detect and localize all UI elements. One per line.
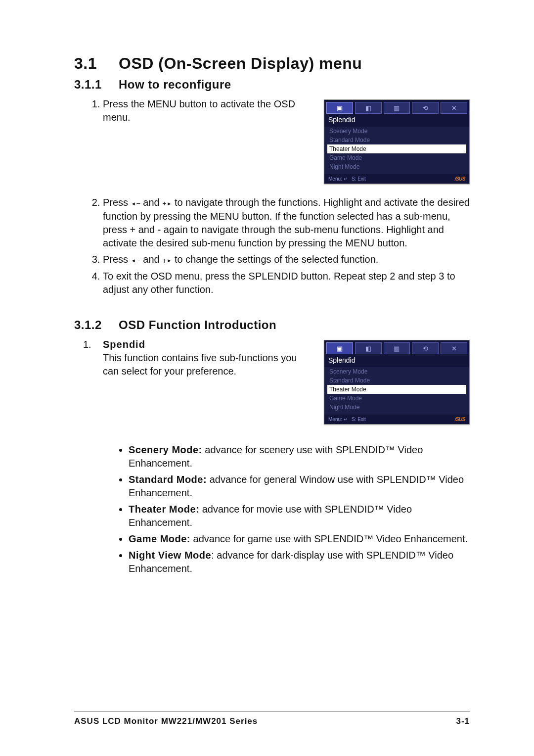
osd-footer-menu: Menu:: [328, 417, 342, 422]
osd-preview-2: ▣ ◧ ▥ ⟲ ✕ Splendid Scenery Mode Standard…: [324, 340, 470, 425]
mode-night: Night View Mode: advance for dark-displa…: [129, 549, 470, 575]
osd-tab-1: ▣: [326, 102, 353, 114]
step-1: Press the MENU button to activate the OS…: [103, 97, 309, 124]
osd-tab-2: ◧: [355, 342, 382, 354]
step1-row: Press the MENU button to activate the OS…: [74, 97, 470, 184]
mode-scenery: Scenery Mode: advance for scenery use wi…: [129, 443, 470, 470]
osd-footer: Menu: ↵ S: Exit /SUS: [324, 415, 469, 424]
step-3-c: to change the settings of the selected f…: [172, 254, 378, 265]
step-3-b: and: [140, 254, 162, 265]
enter-icon: ↵: [344, 176, 348, 182]
mode-descriptions: Scenery Mode: advance for scenery use wi…: [74, 443, 470, 575]
osd-mode-night: Night Mode: [327, 162, 466, 171]
subsection2-title-text: OSD Function Introduction: [119, 318, 276, 331]
osd-title: Splendid: [324, 114, 469, 127]
osd-mode-theater: Theater Mode: [327, 385, 466, 394]
section-heading: 3.1OSD (On-Screen Display) menu: [74, 54, 470, 73]
mode-standard: Standard Mode: advance for general Windo…: [129, 473, 470, 500]
step-2-b: and: [140, 197, 162, 208]
osd-brand: /SUS: [455, 176, 465, 182]
osd-tab-5: ✕: [441, 342, 467, 354]
osd-mode-standard: Standard Mode: [327, 136, 466, 144]
enter-icon: ↵: [344, 417, 348, 422]
bars-icon: ▥: [394, 104, 400, 112]
subsection-title-text: How to reconfigure: [119, 78, 231, 91]
plus-right-icon: [162, 253, 172, 267]
osd-tab-3: ▥: [384, 102, 410, 114]
mode-standard-label: Standard Mode:: [129, 474, 207, 485]
steps-list-2: Press and to navigate through the functi…: [74, 196, 470, 296]
step-4: To exit the OSD menu, press the SPLENDID…: [103, 270, 470, 296]
bars-icon: ▥: [394, 345, 400, 352]
step-2-a: Press: [103, 197, 131, 208]
step-3: Press and to change the settings of the …: [103, 253, 470, 267]
section-title-text: OSD (On-Screen Display) menu: [119, 54, 362, 72]
osd-mode-list: Scenery Mode Standard Mode Theater Mode …: [324, 367, 469, 415]
mode-theater-label: Theater Mode:: [129, 504, 199, 515]
osd-brand: /SUS: [455, 417, 465, 422]
osd-mode-list: Scenery Mode Standard Mode Theater Mode …: [324, 127, 469, 174]
osd-mode-scenery: Scenery Mode: [327, 127, 466, 136]
splendid-desc: This function contains five sub-function…: [103, 351, 309, 378]
osd-footer-s: S: Exit: [352, 176, 366, 182]
osd-tabs: ▣ ◧ ▥ ⟲ ✕: [324, 340, 469, 354]
osd-tab-1: ▣: [326, 342, 353, 354]
footer-left: ASUS LCD Monitor MW221/MW201 Series: [74, 716, 258, 726]
mode-game: Game Mode: advance for game use with SPL…: [129, 532, 470, 546]
mode-scenery-label: Scenery Mode:: [129, 444, 202, 455]
osd-footer-s: S: Exit: [352, 417, 366, 422]
splendid-num: 1.: [83, 338, 103, 351]
osd-tab-4: ⟲: [412, 102, 439, 114]
osd-tab-4: ⟲: [412, 342, 439, 354]
splendid-label: Spendid: [103, 339, 145, 350]
step-3-a: Press: [103, 254, 131, 265]
left-minus-icon: [131, 253, 140, 267]
osd-mode-scenery: Scenery Mode: [327, 367, 466, 376]
steps-list-1: Press the MENU button to activate the OS…: [74, 97, 309, 124]
osd-preview-1: ▣ ◧ ▥ ⟲ ✕ Splendid Scenery Mode Standard…: [324, 99, 470, 184]
osd-tab-3: ▥: [384, 342, 410, 354]
mode-night-label: Night View Mode: [129, 550, 211, 561]
subsection-number: 3.1.1: [74, 78, 119, 92]
footer-right: 3-1: [456, 716, 470, 726]
grid-icon: ▣: [337, 345, 343, 352]
page-footer: ASUS LCD Monitor MW221/MW201 Series 3-1: [74, 716, 470, 726]
osd-footer: Menu: ↵ S: Exit /SUS: [324, 174, 469, 184]
mode-game-label: Game Mode:: [129, 533, 190, 544]
subsection2-number: 3.1.2: [74, 318, 119, 332]
close-icon: ✕: [451, 104, 457, 112]
picture-icon: ◧: [365, 104, 371, 112]
section-number: 3.1: [74, 54, 119, 73]
osd-tab-5: ✕: [441, 102, 467, 114]
osd-tabs: ▣ ◧ ▥ ⟲ ✕: [324, 100, 469, 114]
reset-icon: ⟲: [423, 345, 428, 352]
osd-mode-game: Game Mode: [327, 153, 466, 162]
mode-game-desc: advance for game use with SPLENDID™ Vide…: [190, 533, 468, 544]
osd-mode-standard: Standard Mode: [327, 376, 466, 385]
subsection-heading: 3.1.1How to reconfigure: [74, 78, 470, 92]
osd-mode-night: Night Mode: [327, 403, 466, 412]
osd-mode-theater: Theater Mode: [327, 144, 466, 153]
osd-title: Splendid: [324, 354, 469, 367]
splendid-heading: 1.Spendid: [74, 338, 309, 351]
subsection2-heading: 3.1.2OSD Function Introduction: [74, 318, 470, 332]
manual-page: 3.1OSD (On-Screen Display) menu 3.1.1How…: [0, 0, 534, 756]
footer-rule: [74, 711, 470, 711]
step-4-text: To exit the OSD menu, press the SPLENDID…: [103, 271, 455, 295]
left-minus-icon: [131, 196, 140, 210]
picture-icon: ◧: [365, 345, 371, 352]
step-2: Press and to navigate through the functi…: [103, 196, 470, 250]
plus-right-icon: [162, 196, 172, 210]
grid-icon: ▣: [337, 104, 343, 112]
close-icon: ✕: [451, 345, 457, 352]
step-1-text: Press the MENU button to activate the OS…: [103, 98, 295, 123]
osd-footer-menu: Menu:: [328, 176, 342, 182]
osd-tab-2: ◧: [355, 102, 382, 114]
reset-icon: ⟲: [423, 104, 428, 112]
osd-mode-game: Game Mode: [327, 394, 466, 403]
splendid-row: 1.Spendid This function contains five su…: [74, 338, 470, 425]
mode-theater: Theater Mode: advance for movie use with…: [129, 503, 470, 529]
